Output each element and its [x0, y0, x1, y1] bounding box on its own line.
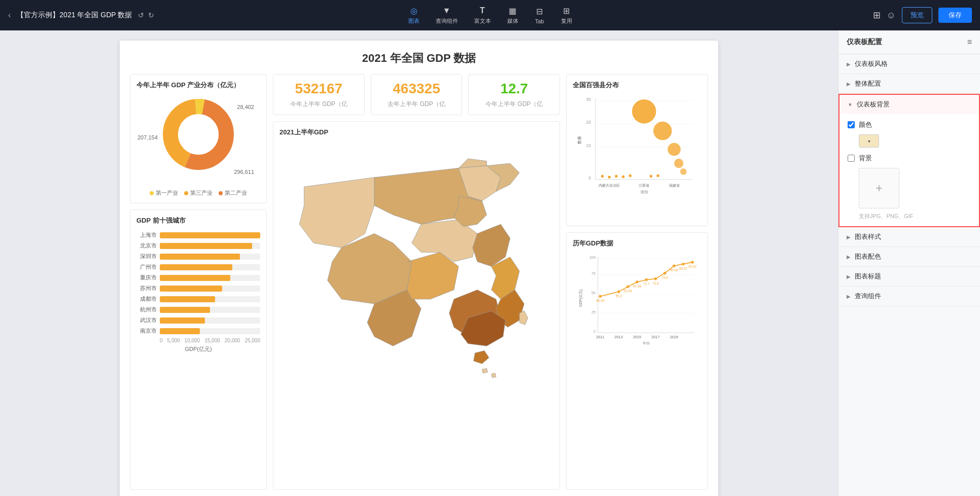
bar-label-6: 成都市: [136, 295, 157, 303]
bar-row-0: 上海市: [136, 231, 260, 239]
media-icon: ▦: [508, 6, 518, 16]
bar-axis-2: 10,000: [185, 338, 200, 343]
undo-button[interactable]: ↺: [138, 11, 144, 19]
kpi-label-2: 今年上半年 GDP（亿: [477, 100, 551, 109]
legend-item-3: 第二产业: [219, 189, 247, 197]
back-button[interactable]: ‹: [8, 11, 11, 20]
tool-query-label: 查询组件: [436, 17, 458, 25]
arrow-chart-color: ▶: [847, 254, 851, 260]
bar-axis-1: 5,000: [167, 338, 180, 343]
sidebar-section-overall-label: 整体配置: [855, 79, 881, 88]
tool-reuse-label: 复用: [561, 17, 572, 25]
kpi-row: 532167 今年上半年 GDP（亿 463325 去年上半年 GDP（亿 12…: [273, 74, 560, 115]
tab-icon: ⊟: [535, 7, 545, 17]
arrow-style: ▶: [847, 61, 851, 67]
donut-title: 今年上半年 GDP 产业分布（亿元）: [136, 81, 260, 90]
svg-point-17: [674, 159, 683, 168]
bubble-panel: 全国百强县分布 30 20 10 0 数量: [566, 74, 708, 226]
svg-point-21: [615, 175, 617, 178]
arrow-bg: ▼: [848, 102, 853, 108]
svg-text:0: 0: [588, 176, 591, 181]
sidebar-section-style-header[interactable]: ▶ 仪表板风格: [838, 54, 980, 74]
sidebar-section-overall-header[interactable]: ▶ 整体配置: [838, 74, 980, 93]
sidebar-section-query-header[interactable]: ▶ 查询组件: [838, 287, 980, 306]
svg-point-18: [680, 168, 687, 175]
bar-track-2: [160, 254, 260, 260]
map-title: 2021上半年GDP: [279, 128, 553, 137]
tool-tab[interactable]: ⊟ Tab: [535, 7, 545, 24]
topbar: ‹ 【官方示例】2021 年全国 GDP 数据 ↺ ↻ ◎ 图表 ▼ 查询组件 …: [0, 0, 980, 30]
bar-row-8: 武汉市: [136, 316, 260, 324]
svg-text:2015: 2015: [633, 335, 641, 339]
svg-text:100: 100: [589, 255, 596, 260]
bar-fill-8: [160, 317, 205, 324]
bar-track-7: [160, 307, 260, 313]
bar-fill-9: [160, 328, 200, 334]
bar-axis-5: 25,000: [244, 338, 260, 343]
svg-point-45: [636, 280, 638, 283]
richtext-icon: T: [477, 6, 487, 16]
svg-text:内蒙古自治区: 内蒙古自治区: [599, 183, 620, 188]
right-sidebar: 仪表板配置 ≡ ▶ 仪表板风格 ▶ 整体配置 ▼ 仪表板背景: [838, 30, 980, 496]
legend-dot-2: [184, 191, 188, 195]
tool-chart-label: 图表: [408, 17, 419, 25]
sidebar-section-bg-label: 仪表板背景: [857, 100, 890, 109]
sidebar-section-chart-label-label: 图表标题: [855, 272, 881, 281]
save-button[interactable]: 保存: [938, 8, 972, 23]
svg-text:数量: 数量: [577, 136, 582, 144]
arrow-chart-style: ▶: [847, 234, 851, 240]
svg-text:75: 75: [591, 271, 596, 276]
svg-point-50: [682, 263, 684, 265]
svg-text:25: 25: [591, 310, 596, 314]
bg-checkbox[interactable]: [848, 155, 855, 162]
grid-icon-button[interactable]: ⊞: [873, 10, 881, 21]
bar-label-7: 杭州市: [136, 306, 157, 313]
svg-text:90.04: 90.04: [670, 268, 678, 272]
bg-upload-area[interactable]: +: [859, 168, 899, 208]
legend-label-2: 第三产业: [190, 189, 213, 197]
sidebar-section-bg-content: 颜色 ▾ 背景 + 支持JPG、PNG、GIF: [839, 114, 979, 226]
svg-text:55.3: 55.3: [615, 294, 622, 298]
bar-fill-5: [160, 286, 222, 292]
redo-button[interactable]: ↻: [148, 11, 154, 19]
svg-text:GDP(亿元): GDP(亿元): [578, 290, 583, 307]
reuse-icon: ⊞: [562, 6, 572, 16]
color-checkbox[interactable]: [848, 121, 855, 128]
svg-text:50: 50: [591, 291, 596, 295]
svg-text:71.7: 71.7: [643, 282, 650, 286]
tool-query[interactable]: ▼ 查询组件: [436, 6, 458, 25]
legend-item-2: 第三产业: [184, 189, 213, 197]
bar-track-6: [160, 296, 260, 302]
bar-track-9: [160, 328, 260, 334]
tool-chart[interactable]: ◎ 图表: [408, 6, 419, 25]
sidebar-section-chart-label: ▶ 图表标题: [838, 267, 980, 287]
legend-dot-3: [219, 191, 223, 195]
donut-label-1: 28,402: [237, 104, 254, 110]
map-placeholder: [279, 140, 553, 383]
sidebar-section-chart-style-header[interactable]: ▶ 图表样式: [838, 227, 980, 246]
bar-panel: GDP 前十强城市 上海市 北京市 深圳市: [130, 209, 267, 490]
preview-button[interactable]: 预览: [902, 7, 932, 23]
svg-text:年份: 年份: [643, 341, 650, 345]
bar-track-1: [160, 243, 260, 249]
bar-axis-0: 0: [160, 338, 163, 343]
sidebar-section-chart-label-header[interactable]: ▶ 图表标题: [838, 267, 980, 286]
chart-icon: ◎: [409, 6, 419, 16]
emoji-icon-button[interactable]: ☺: [887, 10, 896, 21]
topbar-left: ‹ 【官方示例】2021 年全国 GDP 数据 ↺ ↻: [8, 11, 160, 20]
tool-media[interactable]: ▦ 媒体: [507, 6, 518, 25]
bar-label-0: 上海市: [136, 231, 157, 239]
tool-richtext[interactable]: T 富文本: [474, 6, 491, 25]
sidebar-section-bg-header[interactable]: ▼ 仪表板背景: [839, 95, 979, 114]
tool-reuse[interactable]: ⊞ 复用: [561, 6, 572, 25]
sidebar-section-background: ▼ 仪表板背景 颜色 ▾ 背景: [838, 94, 980, 227]
bar-track-5: [160, 286, 260, 292]
sidebar-menu-icon[interactable]: ≡: [967, 38, 972, 47]
left-column: 今年上半年 GDP 产业分布（亿元） 28,402 207,154 296,61…: [130, 74, 267, 490]
color-swatch[interactable]: ▾: [859, 134, 879, 148]
bar-axis: 0 5,000 10,000 15,000 20,000 25,000: [136, 338, 260, 343]
sidebar-section-chart-color-header[interactable]: ▶ 图表配色: [838, 247, 980, 266]
svg-text:10: 10: [586, 144, 591, 148]
sidebar-section-chart-color: ▶ 图表配色: [838, 247, 980, 267]
svg-point-44: [626, 285, 629, 288]
